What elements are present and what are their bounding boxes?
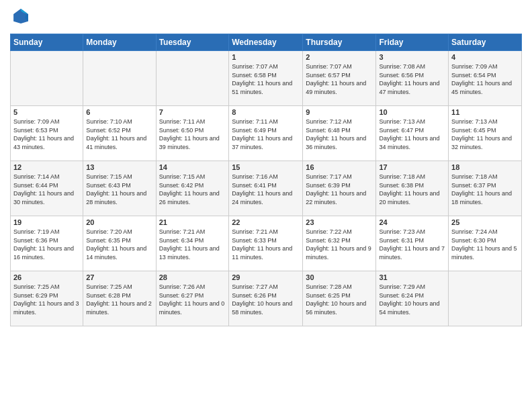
day-number: 11 <box>451 108 519 116</box>
table-row: 7Sunrise: 7:11 AM Sunset: 6:50 PM Daylig… <box>156 106 229 161</box>
calendar-week-1: 1Sunrise: 7:07 AM Sunset: 6:58 PM Daylig… <box>11 51 522 106</box>
table-row: 5Sunrise: 7:09 AM Sunset: 6:53 PM Daylig… <box>11 106 83 161</box>
day-number: 13 <box>86 163 152 171</box>
day-number: 21 <box>159 218 226 226</box>
col-friday: Friday <box>376 34 449 51</box>
table-row: 30Sunrise: 7:28 AM Sunset: 6:25 PM Dayli… <box>303 271 376 326</box>
day-number: 19 <box>13 218 80 226</box>
day-number: 12 <box>13 163 80 171</box>
day-number: 6 <box>86 108 152 116</box>
col-saturday: Saturday <box>449 34 522 51</box>
day-info: Sunrise: 7:09 AM Sunset: 6:53 PM Dayligh… <box>13 118 80 151</box>
day-number: 20 <box>86 218 152 226</box>
table-row: 24Sunrise: 7:23 AM Sunset: 6:31 PM Dayli… <box>376 216 449 271</box>
table-row: 14Sunrise: 7:15 AM Sunset: 6:42 PM Dayli… <box>156 161 229 216</box>
table-row: 8Sunrise: 7:11 AM Sunset: 6:49 PM Daylig… <box>229 106 303 161</box>
table-row: 23Sunrise: 7:22 AM Sunset: 6:32 PM Dayli… <box>303 216 376 271</box>
day-info: Sunrise: 7:10 AM Sunset: 6:52 PM Dayligh… <box>86 118 152 151</box>
table-row: 16Sunrise: 7:17 AM Sunset: 6:39 PM Dayli… <box>303 161 376 216</box>
day-number: 9 <box>306 108 373 116</box>
table-row <box>11 51 83 106</box>
day-info: Sunrise: 7:25 AM Sunset: 6:29 PM Dayligh… <box>13 283 80 316</box>
day-number: 7 <box>159 108 226 116</box>
day-info: Sunrise: 7:20 AM Sunset: 6:35 PM Dayligh… <box>86 228 152 261</box>
day-number: 26 <box>13 273 80 281</box>
day-info: Sunrise: 7:25 AM Sunset: 6:28 PM Dayligh… <box>86 283 152 316</box>
day-info: Sunrise: 7:12 AM Sunset: 6:48 PM Dayligh… <box>306 118 373 151</box>
table-row: 26Sunrise: 7:25 AM Sunset: 6:29 PM Dayli… <box>11 271 83 326</box>
table-row: 10Sunrise: 7:13 AM Sunset: 6:47 PM Dayli… <box>376 106 449 161</box>
calendar-week-2: 5Sunrise: 7:09 AM Sunset: 6:53 PM Daylig… <box>11 106 522 161</box>
day-number: 1 <box>232 53 300 61</box>
table-row: 18Sunrise: 7:18 AM Sunset: 6:37 PM Dayli… <box>449 161 522 216</box>
table-row: 19Sunrise: 7:19 AM Sunset: 6:36 PM Dayli… <box>11 216 83 271</box>
day-number: 10 <box>379 108 445 116</box>
col-wednesday: Wednesday <box>229 34 303 51</box>
day-info: Sunrise: 7:16 AM Sunset: 6:41 PM Dayligh… <box>232 173 300 206</box>
day-number: 3 <box>379 53 445 61</box>
day-info: Sunrise: 7:17 AM Sunset: 6:39 PM Dayligh… <box>306 173 373 206</box>
day-info: Sunrise: 7:08 AM Sunset: 6:56 PM Dayligh… <box>379 62 445 96</box>
table-row: 9Sunrise: 7:12 AM Sunset: 6:48 PM Daylig… <box>303 106 376 161</box>
calendar-week-5: 26Sunrise: 7:25 AM Sunset: 6:29 PM Dayli… <box>11 271 522 326</box>
table-row <box>156 51 229 106</box>
day-info: Sunrise: 7:19 AM Sunset: 6:36 PM Dayligh… <box>13 228 80 261</box>
day-info: Sunrise: 7:09 AM Sunset: 6:54 PM Dayligh… <box>451 62 519 96</box>
day-info: Sunrise: 7:21 AM Sunset: 6:34 PM Dayligh… <box>159 228 226 261</box>
table-row: 17Sunrise: 7:18 AM Sunset: 6:38 PM Dayli… <box>376 161 449 216</box>
day-number: 25 <box>451 218 519 226</box>
day-number: 27 <box>86 273 152 281</box>
day-number: 4 <box>451 53 519 61</box>
col-thursday: Thursday <box>303 34 376 51</box>
day-info: Sunrise: 7:24 AM Sunset: 6:30 PM Dayligh… <box>451 228 519 261</box>
day-info: Sunrise: 7:29 AM Sunset: 6:24 PM Dayligh… <box>379 283 445 316</box>
day-info: Sunrise: 7:22 AM Sunset: 6:32 PM Dayligh… <box>306 228 373 261</box>
day-number: 17 <box>379 163 445 171</box>
table-row: 15Sunrise: 7:16 AM Sunset: 6:41 PM Dayli… <box>229 161 303 216</box>
calendar-table: Sunday Monday Tuesday Wednesday Thursday… <box>10 34 522 326</box>
day-info: Sunrise: 7:14 AM Sunset: 6:44 PM Dayligh… <box>13 173 80 206</box>
col-tuesday: Tuesday <box>156 34 229 51</box>
calendar-week-3: 12Sunrise: 7:14 AM Sunset: 6:44 PM Dayli… <box>11 161 522 216</box>
day-info: Sunrise: 7:13 AM Sunset: 6:45 PM Dayligh… <box>451 118 519 151</box>
table-row: 3Sunrise: 7:08 AM Sunset: 6:56 PM Daylig… <box>376 51 449 106</box>
day-number: 16 <box>306 163 373 171</box>
table-row: 4Sunrise: 7:09 AM Sunset: 6:54 PM Daylig… <box>449 51 522 106</box>
day-number: 30 <box>306 273 373 281</box>
day-info: Sunrise: 7:18 AM Sunset: 6:38 PM Dayligh… <box>379 173 445 206</box>
table-row: 27Sunrise: 7:25 AM Sunset: 6:28 PM Dayli… <box>83 271 156 326</box>
day-info: Sunrise: 7:07 AM Sunset: 6:58 PM Dayligh… <box>232 62 300 96</box>
calendar-header-row: Sunday Monday Tuesday Wednesday Thursday… <box>11 34 522 51</box>
table-row: 21Sunrise: 7:21 AM Sunset: 6:34 PM Dayli… <box>156 216 229 271</box>
table-row: 22Sunrise: 7:21 AM Sunset: 6:33 PM Dayli… <box>229 216 303 271</box>
day-number: 29 <box>232 273 300 281</box>
day-number: 23 <box>306 218 373 226</box>
table-row: 11Sunrise: 7:13 AM Sunset: 6:45 PM Dayli… <box>449 106 522 161</box>
table-row: 2Sunrise: 7:07 AM Sunset: 6:57 PM Daylig… <box>303 51 376 106</box>
page: Sunday Monday Tuesday Wednesday Thursday… <box>0 0 532 411</box>
logo-icon <box>11 7 30 26</box>
day-info: Sunrise: 7:18 AM Sunset: 6:37 PM Dayligh… <box>451 173 519 206</box>
day-info: Sunrise: 7:11 AM Sunset: 6:50 PM Dayligh… <box>159 118 226 151</box>
day-info: Sunrise: 7:28 AM Sunset: 6:25 PM Dayligh… <box>306 283 373 316</box>
day-info: Sunrise: 7:23 AM Sunset: 6:31 PM Dayligh… <box>379 228 445 261</box>
col-monday: Monday <box>83 34 156 51</box>
table-row: 1Sunrise: 7:07 AM Sunset: 6:58 PM Daylig… <box>229 51 303 106</box>
day-number: 24 <box>379 218 445 226</box>
table-row: 28Sunrise: 7:26 AM Sunset: 6:27 PM Dayli… <box>156 271 229 326</box>
table-row: 13Sunrise: 7:15 AM Sunset: 6:43 PM Dayli… <box>83 161 156 216</box>
calendar-week-4: 19Sunrise: 7:19 AM Sunset: 6:36 PM Dayli… <box>11 216 522 271</box>
table-row: 20Sunrise: 7:20 AM Sunset: 6:35 PM Dayli… <box>83 216 156 271</box>
table-row <box>449 271 522 326</box>
day-info: Sunrise: 7:27 AM Sunset: 6:26 PM Dayligh… <box>232 283 300 316</box>
day-info: Sunrise: 7:15 AM Sunset: 6:43 PM Dayligh… <box>86 173 152 206</box>
day-number: 5 <box>13 108 80 116</box>
col-sunday: Sunday <box>11 34 83 51</box>
table-row: 12Sunrise: 7:14 AM Sunset: 6:44 PM Dayli… <box>11 161 83 216</box>
day-number: 31 <box>379 273 445 281</box>
day-info: Sunrise: 7:26 AM Sunset: 6:27 PM Dayligh… <box>159 283 226 316</box>
day-number: 18 <box>451 163 519 171</box>
logo <box>10 7 30 28</box>
table-row: 25Sunrise: 7:24 AM Sunset: 6:30 PM Dayli… <box>449 216 522 271</box>
day-info: Sunrise: 7:13 AM Sunset: 6:47 PM Dayligh… <box>379 118 445 151</box>
